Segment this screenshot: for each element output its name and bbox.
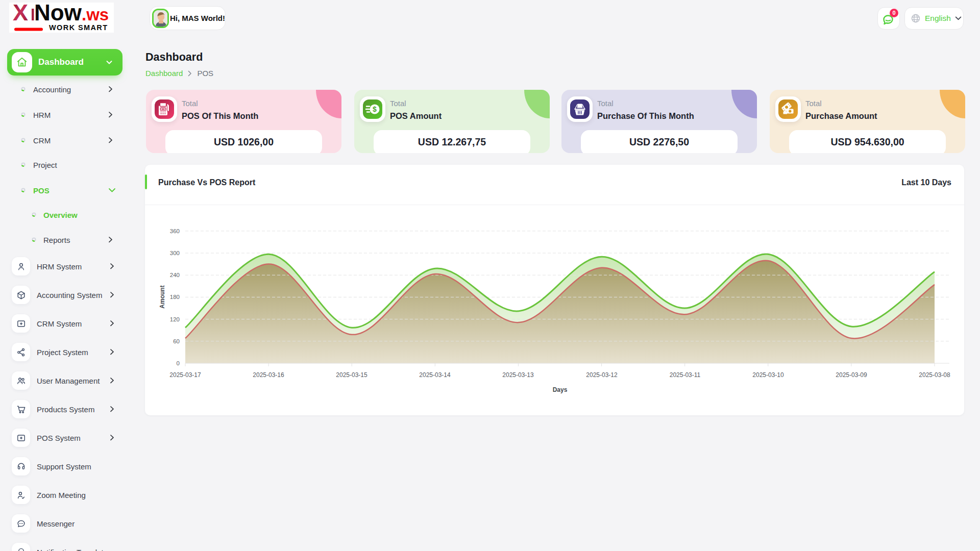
svg-text:300: 300 xyxy=(170,250,180,256)
svg-text:2025-03-15: 2025-03-15 xyxy=(336,371,368,379)
svg-text:WORK SMART: WORK SMART xyxy=(49,23,108,32)
svg-text:360: 360 xyxy=(170,228,180,234)
svg-text:2025-03-10: 2025-03-10 xyxy=(752,371,784,379)
svg-text:2025-03-13: 2025-03-13 xyxy=(502,371,534,379)
svg-text:Days: Days xyxy=(553,386,568,393)
svg-text:60: 60 xyxy=(173,338,180,344)
svg-text:.ws: .ws xyxy=(82,5,109,24)
svg-text:Now: Now xyxy=(34,3,82,25)
svg-text:0: 0 xyxy=(177,360,180,366)
svg-text:2025-03-08: 2025-03-08 xyxy=(919,371,950,379)
svg-text:2025-03-17: 2025-03-17 xyxy=(169,371,201,379)
svg-text:2025-03-16: 2025-03-16 xyxy=(253,371,284,379)
svg-text:2025-03-11: 2025-03-11 xyxy=(670,371,701,379)
svg-text:2025-03-14: 2025-03-14 xyxy=(419,371,451,379)
svg-text:180: 180 xyxy=(170,294,180,300)
svg-text:$: $ xyxy=(373,105,377,113)
svg-text:2025-03-09: 2025-03-09 xyxy=(836,371,867,379)
svg-text:240: 240 xyxy=(170,272,180,278)
svg-text:Amount: Amount xyxy=(159,285,166,308)
svg-text:2025-03-12: 2025-03-12 xyxy=(586,371,618,379)
svg-text:120: 120 xyxy=(170,316,180,322)
svg-text:X: X xyxy=(13,3,28,26)
